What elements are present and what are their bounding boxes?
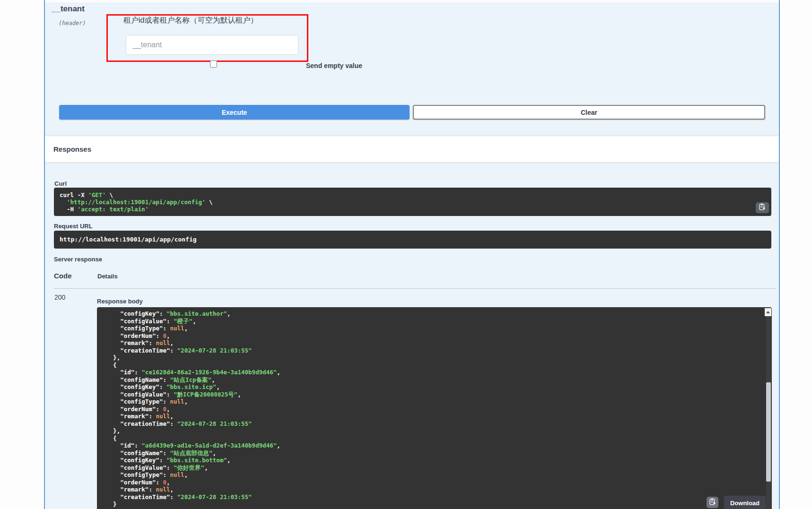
copy-curl-button[interactable] xyxy=(756,202,769,213)
responses-title: Responses xyxy=(53,145,91,153)
execute-button[interactable]: Execute xyxy=(59,105,410,120)
details-column-header: Details xyxy=(97,273,118,280)
server-response-label: Server response xyxy=(54,256,102,263)
response-scrollbar-track[interactable] xyxy=(766,316,771,509)
clear-button[interactable]: Clear xyxy=(413,105,765,120)
curl-command-code: curl -X 'GET' \ 'http://localhost:19001/… xyxy=(60,191,766,213)
request-url-label: Request URL xyxy=(54,223,93,230)
responses-section-header: Responses xyxy=(45,136,779,163)
copy-response-button[interactable] xyxy=(707,497,718,508)
opblock-top-edge xyxy=(45,0,779,2)
send-empty-value-checkbox[interactable] xyxy=(210,60,217,68)
scroll-up-arrow-icon xyxy=(766,311,770,313)
curl-label: Curl xyxy=(54,180,67,187)
request-url-value: http://localhost:19001/api/app/config xyxy=(60,236,766,243)
send-empty-value-label: Send empty value xyxy=(306,62,362,69)
opblock-get-body: __tenant (header) 租户id或者租户名称（可空为默认租户） Se… xyxy=(44,0,780,509)
curl-command-block: curl -X 'GET' \ 'http://localhost:19001/… xyxy=(54,188,771,216)
response-scrollbar-thumb[interactable] xyxy=(766,382,771,482)
status-code: 200 xyxy=(54,293,65,301)
scrollbar-up-button[interactable] xyxy=(765,308,771,316)
response-body-json: "configKey": "bbs.site.author", "configV… xyxy=(99,310,772,509)
clipboard-icon xyxy=(709,498,716,507)
swagger-page: __tenant (header) 租户id或者租户名称（可空为默认租户） Se… xyxy=(0,0,812,509)
parameter-location: (header) xyxy=(59,20,86,26)
response-body-label: Response body xyxy=(97,298,143,305)
clipboard-icon xyxy=(759,203,766,212)
server-response-divider xyxy=(54,288,776,289)
download-button[interactable]: Download xyxy=(724,496,766,509)
parameter-name: __tenant xyxy=(52,4,85,14)
code-column-header: Code xyxy=(54,272,72,280)
response-body-block: "configKey": "bbs.site.author", "configV… xyxy=(97,307,772,509)
tenant-input[interactable] xyxy=(126,35,298,55)
parameter-description: 租户id或者租户名称（可空为默认租户） xyxy=(123,16,258,26)
request-url-block: http://localhost:19001/api/app/config xyxy=(54,231,771,249)
